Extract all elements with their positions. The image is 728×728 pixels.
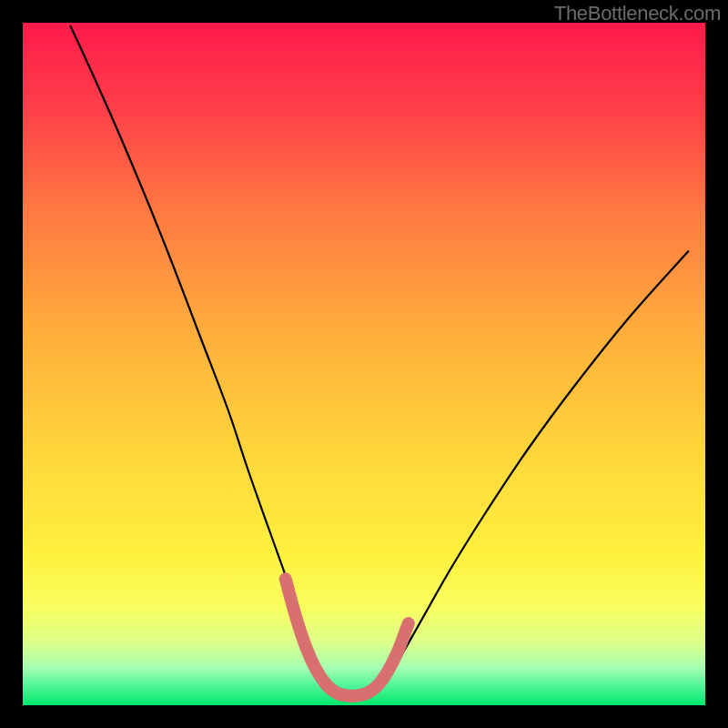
chart-container: TheBottleneck.com bbox=[0, 0, 728, 728]
bottleneck-chart bbox=[0, 0, 728, 728]
watermark-text: TheBottleneck.com bbox=[554, 2, 721, 25]
gradient-background bbox=[23, 23, 705, 705]
